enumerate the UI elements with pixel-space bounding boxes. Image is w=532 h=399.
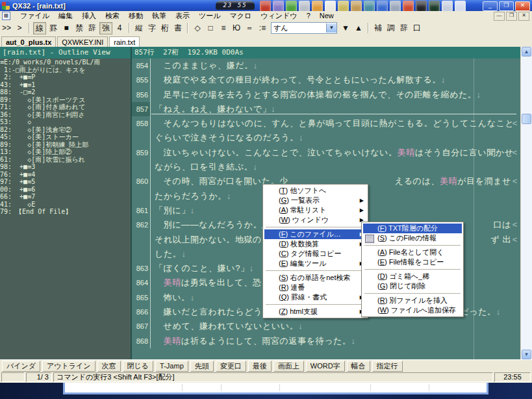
outline-item[interactable]: 76: +■≡4 <box>0 171 131 179</box>
menu-ファイル[interactable]: ファイル <box>16 12 54 19</box>
document-white-icon[interactable] <box>325 1 336 12</box>
outline-item[interactable]: 89: ◇[美]初朝練_陸上部 <box>0 141 131 149</box>
bottom-button-変更口[interactable]: 変更口 <box>216 361 246 372</box>
text-line-wrap[interactable]: ぐらいで泣きそうになるのだろう。↓ <box>132 131 520 145</box>
bottom-button-WORD字[interactable]: WORD字 <box>306 361 345 372</box>
outline-item[interactable]: 00: +■≡6 <box>0 186 131 194</box>
bottom-button-アウトライン[interactable]: アウトライン <box>42 361 95 372</box>
text-line-858[interactable]: 858 そんなつもりはないのに、すん、と鼻が鳴って目頭に熱がこもる。どうしてこん… <box>132 116 520 131</box>
menu-執筆[interactable]: 執筆 <box>147 12 171 19</box>
mdi-restore-icon[interactable]: ❐ <box>506 12 517 21</box>
submenu-item-S[interactable]: (S) このFileの情報 <box>363 233 462 243</box>
menu-移動[interactable]: 移動 <box>124 12 147 19</box>
outline-item[interactable]: 2: +■≡P <box>0 73 131 81</box>
bottom-button-先頭[interactable]: 先頭 <box>190 361 214 372</box>
bottom-button-指定行[interactable]: 指定行 <box>372 361 403 372</box>
context-menu-item-A[interactable]: (A) 常駐リスト▶ <box>264 205 366 215</box>
outline-item[interactable]: 36: ◇[美]雨宮に利用さ <box>0 111 131 119</box>
toolbar-button-調[interactable]: 調 <box>385 23 397 34</box>
toolbar-button-字[interactable]: 字 <box>146 23 158 34</box>
toolbar-button-縦[interactable]: 縦 <box>133 23 145 34</box>
outline-item[interactable]: 79: 【End Of File】 <box>0 208 131 216</box>
toolbar-button-桁[interactable]: 桁 <box>159 23 171 34</box>
toolbar-button-辞[interactable]: 辞 <box>398 23 410 34</box>
toolbar-button-強[interactable]: 強 <box>99 22 112 34</box>
search-word-combobox[interactable]: すん▼ <box>271 22 337 34</box>
app-green-flower-icon[interactable] <box>286 1 297 12</box>
outline-item[interactable]: ≡E:/0_works/0_novels/BL/雨 <box>0 58 131 66</box>
outline-item[interactable]: 71: ◇[雨]付き纏われて <box>0 103 131 111</box>
toolbar-button-書[interactable]: 書 <box>172 23 184 34</box>
context-menu-item-F[interactable]: (F) このファイル…▶ <box>264 229 366 239</box>
toolbar-button-禁[interactable]: 禁 <box>73 23 85 34</box>
bottom-button-T-Jamp[interactable]: T-Jamp <box>155 361 188 372</box>
toolbar-button->>[interactable]: >> <box>1 23 12 34</box>
app-search-icon[interactable] <box>273 1 284 12</box>
restore-icon[interactable]: ❐ <box>499 1 514 11</box>
menu-挿入[interactable]: 挿入 <box>77 12 101 19</box>
outline-item[interactable]: 1:-□雨上がりには、キスを <box>0 66 131 74</box>
context-menu-item-S[interactable]: (S) 右の単語をnet検索 <box>264 273 366 283</box>
close-icon[interactable]: ✕ <box>515 1 530 11</box>
app-steel-icon[interactable] <box>390 1 401 12</box>
globe-teal-icon[interactable] <box>364 1 375 12</box>
context-menu-item-T[interactable]: (T) 他ソフトへ <box>264 186 366 196</box>
scrollbar-thumb[interactable] <box>522 114 531 124</box>
context-menu-item-G[interactable]: (G) 一覧表示▶ <box>264 196 366 205</box>
app-khaki-icon[interactable] <box>338 1 349 12</box>
folder-tan-icon[interactable] <box>351 1 362 12</box>
toolbar-button-▲[interactable]: ▲ <box>353 23 364 34</box>
context-menu-item-R[interactable]: (R) 連番 <box>264 283 366 292</box>
submenu-item-D[interactable]: (D) ゴミ箱へ_稀 <box>363 272 462 281</box>
outline-item[interactable]: 43: +■≡1 <box>0 81 131 89</box>
menu-マクロ[interactable]: マクロ <box>225 12 257 19</box>
submenu-item-F[interactable]: (F) TXT階層の配分 <box>363 224 462 233</box>
toolbar-button-罫[interactable]: 罫 <box>47 23 59 34</box>
flag-red-icon[interactable] <box>403 1 414 12</box>
outline-item[interactable]: 97: +■≡5 <box>0 178 131 186</box>
text-line-859[interactable]: 859 泣いちゃいけない。こんなことで、泣いてちゃいけない。美晴はそう自分に言い… <box>132 146 520 160</box>
bottom-button-幅合[interactable]: 幅合 <box>347 361 370 372</box>
context-menu-item-D[interactable]: (D) 枚数換算▶ <box>264 239 366 249</box>
toolbar-button-線[interactable]: 線 <box>33 22 46 34</box>
bottom-button-次窓[interactable]: 次窓 <box>97 361 121 372</box>
context-menu-item-W[interactable]: (W) ウィンドウ▶ <box>264 215 366 225</box>
folder-orange-icon[interactable] <box>312 1 323 12</box>
scroll-up-icon[interactable]: ▲ <box>522 47 531 57</box>
file-tab-rain.txt[interactable]: rain.txt <box>109 36 140 47</box>
text-line-wrap[interactable]: ながら、口を引き結ぶ。↓ <box>132 160 520 174</box>
file-tab-QXWKEY.INI[interactable]: QXWKEY.INI <box>57 36 108 47</box>
submenu-item-E[interactable]: (E) File情報をコピー <box>363 257 462 267</box>
outline-item[interactable]: 13: ◇[美]陸上部② <box>0 148 131 156</box>
toolbar-button-4[interactable]: 4 <box>114 23 125 34</box>
menu-編集[interactable]: 編集 <box>54 12 77 19</box>
context-menu-item-E[interactable]: (E) 編集ツール▶ <box>264 259 366 268</box>
submenu-item-R[interactable]: (R) 別ファイルを挿入 <box>363 296 462 305</box>
title-bar[interactable]: QX32 - [rain.txt] 23 55 _ ❐ ✕ <box>0 0 532 11</box>
outline-item[interactable]: 88: -□≡2 <box>0 88 131 96</box>
toolbar-button-＝[interactable]: ＝ <box>244 23 255 34</box>
app-silver-swoosh-icon[interactable] <box>299 1 310 12</box>
text-line-856[interactable]: 856 足早にその場を去ろうとする雨宮の体操着の裾を掴んで、その距離を縮めた。↓ <box>132 88 520 102</box>
text-line-854[interactable]: 854 このままじゃ、嫌だ。↓ <box>132 58 520 73</box>
toolbar-button-口[interactable]: 口 <box>411 23 423 34</box>
outline-item[interactable]: 66: +■≡7 <box>0 193 131 201</box>
text-line-868[interactable]: 868 美晴は祈るようにして、雨宮の返事を待った。↓ <box>132 334 520 348</box>
context-menu-item-C[interactable]: (C) タグ情報コピー <box>264 249 366 259</box>
menu-New[interactable]: New <box>315 12 338 19</box>
scroll-down-icon[interactable]: ▼ <box>522 350 531 359</box>
text-line-867[interactable]: 867 せめて、嫌われていないといい。↓ <box>132 319 520 333</box>
toolbar-button->[interactable]: > <box>14 23 25 34</box>
toolbar-button-辞[interactable]: 辞 <box>86 23 98 34</box>
outline-item[interactable]: 61: ◇[雨]吹雪に振られ <box>0 156 131 164</box>
menu-ウィンドウ[interactable]: ウィンドウ <box>256 12 301 19</box>
bottom-button-バインダ[interactable]: バインダ <box>2 361 40 372</box>
menu-ツール[interactable]: ツール <box>194 12 225 19</box>
chart-black-icon[interactable] <box>416 1 427 12</box>
toolbar-button-補[interactable]: 補 <box>372 23 384 34</box>
mdi-close-icon[interactable]: ✕ <box>518 12 529 21</box>
toolbar-button-□[interactable]: □ <box>205 23 216 34</box>
bottom-button-最後[interactable]: 最後 <box>248 361 272 372</box>
toolbar-button-◇[interactable]: ◇ <box>192 23 203 34</box>
browser-e-icon[interactable] <box>377 1 388 12</box>
